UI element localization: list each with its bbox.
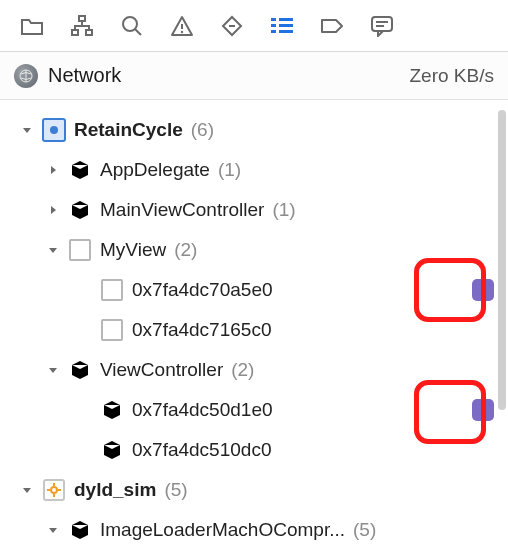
- tree-count: (5): [353, 519, 376, 541]
- warning-badge[interactable]: !: [472, 399, 494, 421]
- warning-badge[interactable]: !: [472, 279, 494, 301]
- chevron-down-icon[interactable]: [46, 363, 60, 377]
- square-icon: [68, 238, 92, 262]
- cube-icon: [68, 518, 92, 542]
- comment-icon[interactable]: [368, 12, 396, 40]
- cube-icon: [68, 358, 92, 382]
- tree-label: dyld_sim: [74, 479, 156, 501]
- tree-count: (5): [164, 479, 187, 501]
- diamond-icon[interactable]: [218, 12, 246, 40]
- svg-rect-13: [279, 30, 293, 33]
- svg-point-18: [51, 487, 57, 493]
- tree-row-dyld[interactable]: dyld_sim (5): [6, 470, 508, 510]
- svg-rect-1: [72, 30, 78, 35]
- svg-point-3: [123, 17, 137, 31]
- tree-label: 0x7fa4dc70a5e0: [132, 279, 273, 301]
- tree-row-viewcontroller[interactable]: ViewController (2): [6, 350, 508, 390]
- tree-row-instance[interactable]: 0x7fa4dc70a5e0 !: [6, 270, 508, 310]
- svg-rect-12: [279, 24, 293, 27]
- scrollbar[interactable]: [498, 110, 506, 410]
- cube-icon: [100, 398, 124, 422]
- chevron-down-icon[interactable]: [46, 523, 60, 537]
- header-title: Network: [48, 64, 121, 87]
- memory-graph-icon[interactable]: [268, 12, 296, 40]
- navigator-header: Network Zero KB/s: [0, 52, 508, 100]
- tree-label: MainViewController: [100, 199, 264, 221]
- chevron-down-icon[interactable]: [46, 243, 60, 257]
- cube-icon: [100, 438, 124, 462]
- tree-label: MyView: [100, 239, 166, 261]
- tree-label: ViewController: [100, 359, 223, 381]
- tree-count: (1): [218, 159, 241, 181]
- svg-rect-10: [271, 30, 276, 33]
- tree-count: (6): [191, 119, 214, 141]
- network-rate: Zero KB/s: [410, 65, 494, 87]
- tree-row-instance[interactable]: 0x7fa4dc510dc0: [6, 430, 508, 470]
- tree-label: ImageLoaderMachOCompr...: [100, 519, 345, 541]
- chevron-down-icon[interactable]: [20, 123, 34, 137]
- chevron-right-icon[interactable]: [46, 203, 60, 217]
- tree-count: (2): [174, 239, 197, 261]
- tree-label: 0x7fa4dc510dc0: [132, 439, 271, 461]
- tree-row-myview[interactable]: MyView (2): [6, 230, 508, 270]
- svg-rect-9: [271, 24, 276, 27]
- folder-icon[interactable]: [18, 12, 46, 40]
- memory-tree: RetainCycle (6) AppDelegate (1) MainView…: [0, 100, 508, 548]
- tree-row-retaincycle[interactable]: RetainCycle (6): [6, 110, 508, 150]
- navigator-toolbar: [0, 0, 508, 52]
- tree-label: 0x7fa4dc50d1e0: [132, 399, 273, 421]
- cube-icon: [68, 158, 92, 182]
- svg-rect-2: [86, 30, 92, 35]
- tree-count: (2): [231, 359, 254, 381]
- svg-rect-0: [79, 16, 85, 21]
- square-icon: [100, 278, 124, 302]
- search-icon[interactable]: [118, 12, 146, 40]
- app-target-icon: [42, 118, 66, 142]
- network-icon: [14, 64, 38, 88]
- tree-label: RetainCycle: [74, 119, 183, 141]
- tree-row-instance[interactable]: 0x7fa4dc50d1e0 !: [6, 390, 508, 430]
- tree-label: AppDelegate: [100, 159, 210, 181]
- hierarchy-icon[interactable]: [68, 12, 96, 40]
- chevron-right-icon[interactable]: [46, 163, 60, 177]
- svg-rect-14: [372, 17, 392, 31]
- svg-point-6: [181, 30, 183, 32]
- gear-icon: [42, 478, 66, 502]
- tree-label: 0x7fa4dc7165c0: [132, 319, 271, 341]
- tree-row-imageloader[interactable]: ImageLoaderMachOCompr... (5): [6, 510, 508, 548]
- warning-icon[interactable]: [168, 12, 196, 40]
- svg-rect-8: [271, 18, 276, 21]
- tag-icon[interactable]: [318, 12, 346, 40]
- tree-row-appdelegate[interactable]: AppDelegate (1): [6, 150, 508, 190]
- chevron-down-icon[interactable]: [20, 483, 34, 497]
- square-icon: [100, 318, 124, 342]
- tree-row-mainvc[interactable]: MainViewController (1): [6, 190, 508, 230]
- tree-row-instance[interactable]: 0x7fa4dc7165c0: [6, 310, 508, 350]
- cube-icon: [68, 198, 92, 222]
- tree-count: (1): [272, 199, 295, 221]
- svg-rect-11: [279, 18, 293, 21]
- svg-line-4: [135, 29, 141, 35]
